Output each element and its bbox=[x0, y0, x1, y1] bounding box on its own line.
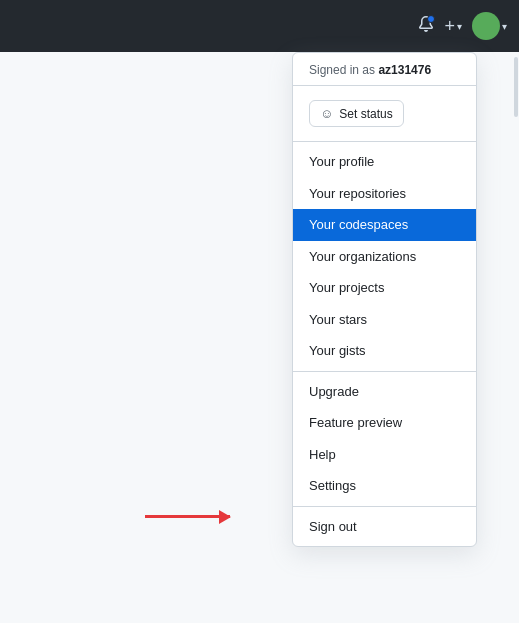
create-menu[interactable]: + ▾ bbox=[444, 16, 462, 37]
menu-item-organizations[interactable]: Your organizations bbox=[293, 241, 476, 273]
menu-item-sign-out[interactable]: Sign out bbox=[293, 511, 476, 543]
menu-item-codespaces[interactable]: Your codespaces bbox=[293, 209, 476, 241]
smiley-icon: ☺ bbox=[320, 106, 333, 121]
plus-caret-icon: ▾ bbox=[457, 21, 462, 32]
set-status-label: Set status bbox=[339, 107, 392, 121]
menu-item-stars[interactable]: Your stars bbox=[293, 304, 476, 336]
plus-icon: + bbox=[444, 16, 455, 37]
dropdown-header: Signed in as az131476 bbox=[293, 53, 476, 86]
settings-menu-section: Upgrade Feature preview Help Settings bbox=[293, 372, 476, 507]
menu-item-projects[interactable]: Your projects bbox=[293, 272, 476, 304]
navbar-icons: + ▾ ▾ bbox=[418, 12, 507, 40]
scrollbar[interactable] bbox=[513, 52, 519, 623]
menu-item-repositories[interactable]: Your repositories bbox=[293, 178, 476, 210]
set-status-button[interactable]: ☺ Set status bbox=[309, 100, 404, 127]
user-caret-icon: ▾ bbox=[502, 21, 507, 32]
avatar bbox=[472, 12, 500, 40]
menu-item-upgrade[interactable]: Upgrade bbox=[293, 376, 476, 408]
user-menu-trigger[interactable]: ▾ bbox=[472, 12, 507, 40]
username: az131476 bbox=[378, 63, 431, 77]
auth-menu-section: Sign out bbox=[293, 507, 476, 547]
main-content: Signed in as az131476 ☺ Set status Your … bbox=[0, 52, 519, 623]
menu-item-settings[interactable]: Settings bbox=[293, 470, 476, 502]
menu-item-help[interactable]: Help bbox=[293, 439, 476, 471]
scrollbar-thumb bbox=[514, 57, 518, 117]
set-status-section: ☺ Set status bbox=[293, 86, 476, 142]
arrow-annotation bbox=[145, 515, 230, 518]
notifications-icon[interactable] bbox=[418, 16, 434, 37]
personal-menu-section: Your profile Your repositories Your code… bbox=[293, 142, 476, 372]
menu-item-feature-preview[interactable]: Feature preview bbox=[293, 407, 476, 439]
navbar: + ▾ ▾ bbox=[0, 0, 519, 52]
menu-item-gists[interactable]: Your gists bbox=[293, 335, 476, 367]
user-dropdown-menu: Signed in as az131476 ☺ Set status Your … bbox=[292, 52, 477, 547]
arrow-line bbox=[145, 515, 230, 518]
signed-in-label: Signed in as bbox=[309, 63, 378, 77]
menu-item-profile[interactable]: Your profile bbox=[293, 146, 476, 178]
